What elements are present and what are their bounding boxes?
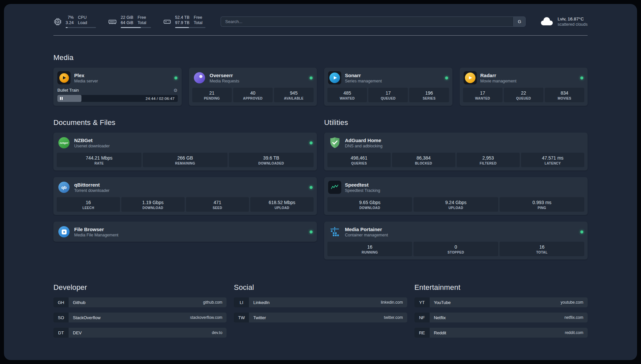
stat-label: DOWNLOAD bbox=[329, 206, 411, 210]
service-name: NZBGet bbox=[74, 137, 306, 143]
stat-label: STOPPED bbox=[415, 251, 497, 254]
section-media: Media Plex Media server Bullet Train bbox=[53, 53, 588, 106]
stat-value: 16 bbox=[329, 244, 411, 250]
gear-icon[interactable]: ⚙ bbox=[173, 88, 178, 93]
bookmark-name: YouTube bbox=[434, 300, 451, 305]
stat-value: 0 bbox=[415, 244, 497, 250]
service-card-filebrowser[interactable]: File Browser Media File Management bbox=[53, 222, 317, 242]
stat-label: DOWNLOADED bbox=[230, 162, 312, 165]
status-dot bbox=[445, 76, 448, 79]
bookmark-linkedin[interactable]: LI LinkedIn linkedin.com bbox=[234, 297, 407, 307]
bookmark-group-developer: Developer GH Github github.com SO StackO… bbox=[53, 283, 227, 338]
bookmark-stackoverflow[interactable]: SO StackOverflow stackoverflow.com bbox=[53, 313, 227, 322]
service-description: Media server bbox=[74, 79, 171, 83]
stat-label: MOVIES bbox=[546, 97, 583, 100]
bookmark-domain: netflix.com bbox=[565, 315, 583, 320]
bookmark-name: Netflix bbox=[434, 315, 446, 320]
resource-value: 7% bbox=[68, 15, 74, 20]
service-card-portainer[interactable]: Media Portainer Container management 16 … bbox=[324, 222, 588, 259]
dashboard: 7% 3.24 CPU Load bbox=[4, 4, 637, 360]
service-stat: 485 WANTED bbox=[327, 88, 367, 102]
radarr-icon bbox=[464, 71, 477, 84]
pause-icon[interactable] bbox=[60, 97, 63, 100]
play-icon bbox=[334, 76, 337, 79]
memory-progress-fill bbox=[121, 27, 141, 28]
bookmark-name: Github bbox=[73, 300, 85, 305]
bookmark-domain: youtube.com bbox=[561, 300, 583, 305]
service-card-adguard[interactable]: AdGuard Home DNS and adblocking 498,461 … bbox=[324, 133, 588, 170]
now-playing-widget: Bullet Train ⚙ 24:44 / 02:06:47 bbox=[57, 88, 178, 103]
service-name: Plex bbox=[74, 73, 171, 78]
bookmark-netflix[interactable]: NF Netflix netflix.com bbox=[414, 313, 588, 322]
bookmark-youtube[interactable]: YT YouTube youtube.com bbox=[414, 297, 588, 307]
bookmark-dev[interactable]: DT DEV dev.to bbox=[53, 328, 227, 338]
disk-widget: 52.4 TB 97.9 TB Free Total bbox=[163, 15, 205, 28]
service-stat: 47.571 ms LATENCY bbox=[521, 153, 584, 167]
service-stat: 266 GB REMAINING bbox=[143, 153, 228, 167]
weather-location: Lviv, 16.87°C bbox=[558, 16, 588, 21]
stat-label: RATE bbox=[58, 162, 140, 165]
stat-label: SERIES bbox=[411, 97, 447, 100]
service-card-qbittorrent[interactable]: qb qBittorrent Torrent downloader 16 LEE… bbox=[53, 177, 317, 215]
section-title-developer: Developer bbox=[53, 283, 227, 292]
service-stat: 17 WANTED bbox=[463, 88, 503, 102]
bookmark-github[interactable]: GH Github github.com bbox=[53, 297, 227, 307]
service-stat: 196 SERIES bbox=[409, 88, 449, 102]
disk-progress-fill bbox=[175, 27, 189, 28]
service-card-plex[interactable]: Plex Media server Bullet Train ⚙ 24:44 bbox=[53, 68, 182, 106]
stat-value: 17 bbox=[464, 90, 501, 96]
service-stat: 17 QUEUED bbox=[368, 88, 408, 102]
stat-label: QUERIES bbox=[329, 162, 389, 165]
stat-value: 485 bbox=[329, 90, 366, 96]
service-stat: 2,953 FILTERED bbox=[457, 153, 520, 167]
media-progress-fill bbox=[57, 95, 81, 102]
service-stat: 9.24 Gbps UPLOAD bbox=[413, 197, 498, 212]
service-stat: 0.993 ms PING bbox=[500, 197, 584, 212]
service-name: Radarr bbox=[480, 73, 577, 78]
stat-value: 196 bbox=[411, 90, 447, 96]
bookmark-domain: github.com bbox=[203, 300, 223, 305]
service-description: DNS and adblocking bbox=[345, 144, 583, 148]
disk-icon bbox=[163, 17, 171, 26]
now-playing-title: Bullet Train bbox=[57, 88, 79, 93]
resource-label: Total bbox=[137, 20, 146, 26]
weather-condition: scattered clouds bbox=[558, 22, 588, 27]
stat-label: WANTED bbox=[464, 97, 501, 100]
service-card-radarr[interactable]: Radarr Movie management 17 WANTED 22 QUE… bbox=[460, 68, 588, 106]
stat-value: 22 bbox=[505, 90, 542, 96]
bookmark-twitter[interactable]: TW Twitter twitter.com bbox=[234, 313, 407, 322]
service-name: Sonarr bbox=[345, 73, 442, 78]
stat-value: 39.6 TB bbox=[230, 155, 312, 161]
status-dot bbox=[310, 76, 313, 79]
service-card-sonarr[interactable]: Sonarr Series management 485 WANTED 17 Q… bbox=[324, 68, 452, 106]
service-stat: 39.6 TB DOWNLOADED bbox=[229, 153, 314, 167]
bookmark-domain: reddit.com bbox=[565, 330, 583, 335]
bookmark-abbr: RE bbox=[414, 328, 430, 338]
status-dot bbox=[310, 230, 313, 233]
service-name: Media Portainer bbox=[345, 227, 577, 232]
bookmark-abbr: GH bbox=[53, 297, 69, 307]
sonarr-icon bbox=[328, 71, 341, 84]
service-stat: 86,384 BLOCKED bbox=[392, 153, 455, 167]
bookmark-abbr: LI bbox=[234, 297, 249, 307]
bookmark-reddit[interactable]: RE Reddit reddit.com bbox=[414, 328, 588, 338]
stat-label: DOWNLOAD bbox=[123, 206, 183, 210]
resource-label: Free bbox=[194, 15, 202, 20]
bookmark-domain: twitter.com bbox=[384, 315, 403, 320]
service-stat: 16 RUNNING bbox=[327, 242, 412, 256]
weather-widget: Lviv, 16.87°C scattered clouds bbox=[539, 16, 588, 28]
bookmark-abbr: YT bbox=[414, 297, 430, 307]
media-progress-bar[interactable]: 24:44 / 02:06:47 bbox=[57, 95, 178, 102]
search-provider-button[interactable]: G bbox=[513, 16, 526, 27]
stat-value: 17 bbox=[370, 90, 407, 96]
status-dot bbox=[310, 186, 313, 189]
stat-label: QUEUED bbox=[370, 97, 407, 100]
service-card-nzbget[interactable]: nzbget NZBGet Usenet downloader 744.21 M… bbox=[53, 133, 317, 170]
bookmark-name: LinkedIn bbox=[253, 300, 269, 305]
service-description: Media File Management bbox=[74, 233, 306, 237]
cpu-progress-bar bbox=[66, 27, 96, 28]
bookmark-name: Reddit bbox=[434, 330, 446, 335]
service-card-speedtest[interactable]: Speedtest Speedtest Tracking 9.65 Gbps D… bbox=[324, 177, 588, 215]
service-card-overseerr[interactable]: Overseerr Media Requests 21 PENDING 40 A… bbox=[189, 68, 317, 106]
search-input[interactable] bbox=[221, 16, 513, 27]
